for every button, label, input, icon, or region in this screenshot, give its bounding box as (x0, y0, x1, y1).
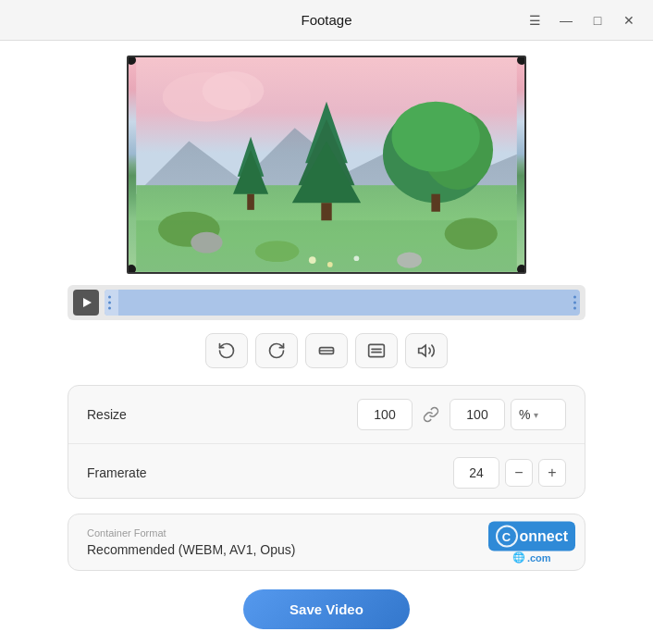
window-title: Footage (301, 12, 351, 28)
menu-button[interactable]: ☰ (522, 7, 548, 33)
rotate-ccw-button[interactable] (205, 333, 248, 368)
video-preview-container (127, 56, 526, 274)
titlebar: Footage ☰ — □ ✕ (0, 0, 653, 41)
svg-rect-3 (136, 220, 517, 271)
close-button[interactable]: ✕ (616, 7, 642, 33)
svg-marker-30 (419, 345, 426, 356)
svg-point-9 (423, 110, 493, 190)
svg-marker-4 (305, 102, 348, 164)
svg-point-8 (383, 105, 488, 203)
maximize-button[interactable]: □ (585, 7, 610, 33)
svg-point-15 (158, 212, 220, 247)
progress-dots-left (108, 295, 111, 309)
svg-marker-5 (299, 119, 355, 185)
svg-rect-2 (136, 185, 517, 271)
window-controls: ☰ — □ ✕ (522, 7, 642, 33)
svg-rect-11 (431, 194, 440, 212)
tools-row (205, 333, 448, 368)
unit-select[interactable]: % ▾ (511, 399, 566, 430)
rotate-cw-button[interactable] (255, 333, 298, 368)
svg-point-17 (255, 241, 300, 262)
settings-panel: Resize % ▾ Framerate 24 (68, 385, 585, 499)
framerate-controls: 24 − + (453, 457, 566, 489)
handle-bottom-left[interactable] (127, 265, 136, 274)
framerate-label: Framerate (87, 465, 453, 480)
progress-fill (105, 290, 118, 316)
video-preview (129, 57, 524, 272)
resize-label: Resize (87, 407, 357, 422)
svg-marker-13 (233, 150, 268, 194)
handle-bottom-right[interactable] (517, 265, 526, 274)
play-icon (83, 298, 92, 307)
audio-button[interactable] (405, 333, 448, 368)
framerate-row: Framerate 24 − + (68, 444, 585, 499)
resize-width-input[interactable] (357, 399, 413, 430)
framerate-decrement[interactable]: − (505, 459, 533, 487)
framerate-value: 24 (453, 457, 499, 489)
subtitle-button[interactable] (355, 333, 398, 368)
svg-point-10 (392, 102, 480, 172)
watermark: C onnect 🌐.com (488, 522, 575, 564)
svg-point-18 (191, 232, 222, 254)
svg-marker-6 (292, 142, 361, 204)
svg-rect-0 (136, 57, 517, 194)
svg-point-21 (327, 262, 333, 267)
svg-point-24 (203, 71, 265, 110)
svg-point-19 (397, 253, 422, 268)
resize-controls: % ▾ (357, 399, 566, 430)
trim-button[interactable] (305, 333, 348, 368)
svg-point-16 (445, 217, 498, 249)
progress-track[interactable] (105, 290, 580, 316)
link-icon (418, 402, 444, 427)
svg-point-23 (163, 72, 251, 121)
handle-top-right[interactable] (517, 56, 526, 65)
format-section: Container Format Recommended (WEBM, AV1,… (68, 514, 585, 571)
framerate-increment[interactable]: + (538, 459, 566, 487)
main-content: Resize % ▾ Framerate 24 (0, 41, 653, 644)
svg-point-20 (309, 256, 316, 264)
svg-rect-27 (369, 345, 385, 357)
svg-marker-12 (238, 137, 265, 177)
svg-marker-1 (136, 128, 517, 193)
resize-row: Resize % ▾ (68, 386, 585, 444)
minimize-button[interactable]: — (553, 7, 579, 33)
svg-rect-14 (247, 194, 254, 210)
save-video-button[interactable]: Save Video (243, 589, 410, 629)
play-button[interactable] (73, 290, 99, 316)
svg-rect-7 (321, 203, 331, 220)
resize-height-input[interactable] (450, 399, 505, 430)
playback-bar (68, 285, 585, 321)
progress-dots-right (573, 295, 576, 309)
handle-top-left[interactable] (127, 56, 136, 65)
svg-point-22 (354, 255, 360, 261)
